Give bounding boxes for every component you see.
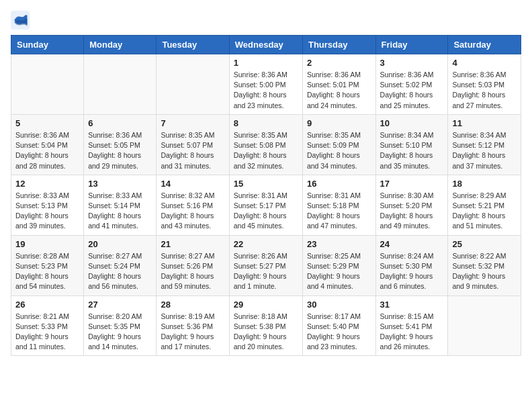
day-info: Sunrise: 8:33 AM Sunset: 5:13 PM Dayligh… [15, 191, 79, 232]
day-number: 25 [452, 239, 517, 249]
logo-icon [11, 11, 30, 30]
day-info: Sunrise: 8:36 AM Sunset: 5:04 PM Dayligh… [15, 130, 79, 171]
column-header-saturday: Saturday [448, 36, 521, 54]
day-info: Sunrise: 8:28 AM Sunset: 5:23 PM Dayligh… [15, 251, 79, 292]
calendar-cell: 14Sunrise: 8:32 AM Sunset: 5:16 PM Dayli… [157, 175, 229, 235]
day-info: Sunrise: 8:36 AM Sunset: 5:03 PM Dayligh… [452, 70, 517, 111]
day-info: Sunrise: 8:26 AM Sunset: 5:27 PM Dayligh… [234, 251, 298, 292]
day-info: Sunrise: 8:22 AM Sunset: 5:32 PM Dayligh… [452, 251, 517, 292]
logo [11, 11, 32, 30]
day-number: 5 [15, 118, 79, 128]
day-info: Sunrise: 8:18 AM Sunset: 5:38 PM Dayligh… [234, 312, 298, 353]
day-number: 4 [452, 58, 517, 68]
day-info: Sunrise: 8:31 AM Sunset: 5:18 PM Dayligh… [307, 191, 371, 232]
day-number: 30 [307, 300, 371, 310]
day-number: 8 [234, 118, 298, 128]
day-info: Sunrise: 8:36 AM Sunset: 5:02 PM Dayligh… [380, 70, 444, 111]
column-header-thursday: Thursday [302, 36, 375, 54]
calendar-cell: 6Sunrise: 8:36 AM Sunset: 5:05 PM Daylig… [84, 114, 157, 175]
calendar-cell: 11Sunrise: 8:34 AM Sunset: 5:12 PM Dayli… [448, 114, 521, 175]
day-number: 3 [380, 58, 444, 68]
day-number: 28 [161, 300, 224, 310]
calendar-cell: 29Sunrise: 8:18 AM Sunset: 5:38 PM Dayli… [229, 295, 302, 356]
day-info: Sunrise: 8:35 AM Sunset: 5:07 PM Dayligh… [161, 130, 224, 171]
day-info: Sunrise: 8:29 AM Sunset: 5:21 PM Dayligh… [452, 191, 517, 232]
day-number: 12 [15, 179, 79, 189]
column-header-wednesday: Wednesday [229, 36, 302, 54]
calendar-cell: 21Sunrise: 8:27 AM Sunset: 5:26 PM Dayli… [157, 235, 229, 295]
calendar-cell: 30Sunrise: 8:17 AM Sunset: 5:40 PM Dayli… [302, 295, 375, 356]
calendar-cell: 20Sunrise: 8:27 AM Sunset: 5:24 PM Dayli… [84, 235, 157, 295]
calendar-cell: 3Sunrise: 8:36 AM Sunset: 5:02 PM Daylig… [375, 54, 448, 115]
calendar-cell: 16Sunrise: 8:31 AM Sunset: 5:18 PM Dayli… [302, 175, 375, 235]
day-info: Sunrise: 8:27 AM Sunset: 5:24 PM Dayligh… [88, 251, 152, 292]
calendar-cell: 26Sunrise: 8:21 AM Sunset: 5:33 PM Dayli… [11, 295, 84, 356]
day-number: 15 [234, 179, 298, 189]
column-header-friday: Friday [375, 36, 448, 54]
day-number: 14 [161, 179, 224, 189]
day-number: 29 [234, 300, 298, 310]
calendar-cell: 8Sunrise: 8:35 AM Sunset: 5:08 PM Daylig… [229, 114, 302, 175]
day-info: Sunrise: 8:33 AM Sunset: 5:14 PM Dayligh… [88, 191, 152, 232]
calendar-week-row: 26Sunrise: 8:21 AM Sunset: 5:33 PM Dayli… [11, 295, 521, 356]
day-info: Sunrise: 8:31 AM Sunset: 5:17 PM Dayligh… [234, 191, 298, 232]
day-number: 19 [15, 239, 79, 249]
day-number: 20 [88, 239, 152, 249]
calendar-cell: 25Sunrise: 8:22 AM Sunset: 5:32 PM Dayli… [448, 235, 521, 295]
day-number: 13 [88, 179, 152, 189]
day-number: 22 [234, 239, 298, 249]
calendar-cell: 12Sunrise: 8:33 AM Sunset: 5:13 PM Dayli… [11, 175, 84, 235]
calendar-cell: 7Sunrise: 8:35 AM Sunset: 5:07 PM Daylig… [157, 114, 229, 175]
calendar-cell: 17Sunrise: 8:30 AM Sunset: 5:20 PM Dayli… [375, 175, 448, 235]
calendar-cell: 24Sunrise: 8:24 AM Sunset: 5:30 PM Dayli… [375, 235, 448, 295]
day-info: Sunrise: 8:19 AM Sunset: 5:36 PM Dayligh… [161, 312, 224, 353]
day-info: Sunrise: 8:17 AM Sunset: 5:40 PM Dayligh… [307, 312, 371, 353]
calendar-cell: 10Sunrise: 8:34 AM Sunset: 5:10 PM Dayli… [375, 114, 448, 175]
day-number: 11 [452, 118, 517, 128]
day-number: 17 [380, 179, 444, 189]
calendar-cell: 18Sunrise: 8:29 AM Sunset: 5:21 PM Dayli… [448, 175, 521, 235]
day-info: Sunrise: 8:27 AM Sunset: 5:26 PM Dayligh… [161, 251, 224, 292]
day-number: 18 [452, 179, 517, 189]
day-info: Sunrise: 8:20 AM Sunset: 5:35 PM Dayligh… [88, 312, 152, 353]
day-number: 9 [307, 118, 371, 128]
day-number: 31 [380, 300, 444, 310]
calendar-cell [157, 54, 229, 115]
page-header [11, 11, 521, 30]
calendar-table: SundayMondayTuesdayWednesdayThursdayFrid… [11, 35, 521, 356]
day-number: 7 [161, 118, 224, 128]
day-info: Sunrise: 8:30 AM Sunset: 5:20 PM Dayligh… [380, 191, 444, 232]
calendar-cell: 27Sunrise: 8:20 AM Sunset: 5:35 PM Dayli… [84, 295, 157, 356]
calendar-cell: 23Sunrise: 8:25 AM Sunset: 5:29 PM Dayli… [302, 235, 375, 295]
day-info: Sunrise: 8:15 AM Sunset: 5:41 PM Dayligh… [380, 312, 444, 353]
day-info: Sunrise: 8:32 AM Sunset: 5:16 PM Dayligh… [161, 191, 224, 232]
calendar-week-row: 1Sunrise: 8:36 AM Sunset: 5:00 PM Daylig… [11, 54, 521, 115]
calendar-week-row: 5Sunrise: 8:36 AM Sunset: 5:04 PM Daylig… [11, 114, 521, 175]
day-info: Sunrise: 8:36 AM Sunset: 5:05 PM Dayligh… [88, 130, 152, 171]
calendar-cell: 13Sunrise: 8:33 AM Sunset: 5:14 PM Dayli… [84, 175, 157, 235]
day-info: Sunrise: 8:35 AM Sunset: 5:08 PM Dayligh… [234, 130, 298, 171]
day-number: 6 [88, 118, 152, 128]
calendar-cell [11, 54, 84, 115]
calendar-week-row: 19Sunrise: 8:28 AM Sunset: 5:23 PM Dayli… [11, 235, 521, 295]
day-number: 1 [234, 58, 298, 68]
calendar-cell: 19Sunrise: 8:28 AM Sunset: 5:23 PM Dayli… [11, 235, 84, 295]
day-number: 21 [161, 239, 224, 249]
calendar-week-row: 12Sunrise: 8:33 AM Sunset: 5:13 PM Dayli… [11, 175, 521, 235]
calendar-cell: 31Sunrise: 8:15 AM Sunset: 5:41 PM Dayli… [375, 295, 448, 356]
calendar-cell [84, 54, 157, 115]
day-info: Sunrise: 8:36 AM Sunset: 5:00 PM Dayligh… [234, 70, 298, 111]
calendar-cell: 1Sunrise: 8:36 AM Sunset: 5:00 PM Daylig… [229, 54, 302, 115]
calendar-header-row: SundayMondayTuesdayWednesdayThursdayFrid… [11, 36, 521, 54]
day-info: Sunrise: 8:35 AM Sunset: 5:09 PM Dayligh… [307, 130, 371, 171]
day-number: 23 [307, 239, 371, 249]
day-number: 26 [15, 300, 79, 310]
calendar-cell: 15Sunrise: 8:31 AM Sunset: 5:17 PM Dayli… [229, 175, 302, 235]
calendar-cell: 28Sunrise: 8:19 AM Sunset: 5:36 PM Dayli… [157, 295, 229, 356]
day-number: 2 [307, 58, 371, 68]
calendar-cell: 2Sunrise: 8:36 AM Sunset: 5:01 PM Daylig… [302, 54, 375, 115]
day-info: Sunrise: 8:24 AM Sunset: 5:30 PM Dayligh… [380, 251, 444, 292]
column-header-monday: Monday [84, 36, 157, 54]
day-number: 27 [88, 300, 152, 310]
day-number: 24 [380, 239, 444, 249]
